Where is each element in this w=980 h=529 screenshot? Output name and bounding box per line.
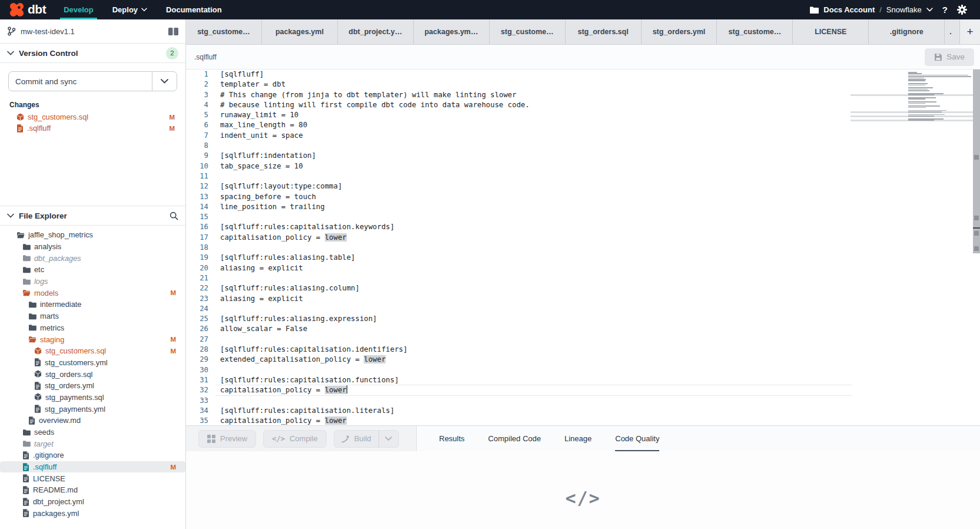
line-number[interactable]: 22 bbox=[186, 283, 208, 293]
line-number[interactable]: 15 bbox=[186, 212, 208, 222]
line-number[interactable]: 27 bbox=[186, 335, 208, 345]
code-line-2[interactable]: 2templater = dbt bbox=[186, 80, 980, 90]
tab-results[interactable]: Results bbox=[439, 426, 464, 451]
help-button[interactable]: ? bbox=[941, 5, 949, 15]
code-line-34[interactable]: 34[sqlfluff:rules:capitalisation.literal… bbox=[186, 406, 980, 416]
code-line-35[interactable]: 35capitalisation_policy = lower bbox=[186, 416, 980, 425]
minimap[interactable] bbox=[907, 72, 972, 123]
editor-scrollbar[interactable] bbox=[973, 70, 980, 253]
tree-item-stg-payments-yml[interactable]: stg_payments.yml bbox=[0, 403, 185, 415]
line-number[interactable]: 1 bbox=[186, 70, 208, 80]
line-number[interactable]: 9 bbox=[186, 151, 208, 161]
code-line-14[interactable]: 14line_position = trailing bbox=[186, 202, 980, 212]
account-menu[interactable]: Docs Account / Snowflake bbox=[809, 5, 933, 14]
nav-item-develop[interactable]: Develop bbox=[54, 0, 103, 19]
change-item--sqlfluff[interactable]: .sqlfluffM bbox=[0, 123, 185, 134]
search-icon[interactable] bbox=[170, 211, 178, 220]
line-number[interactable]: 29 bbox=[186, 355, 208, 365]
line-number[interactable]: 35 bbox=[186, 416, 208, 425]
tree-item--sqlfluff[interactable]: .sqlfluffM bbox=[0, 461, 185, 473]
tree-item-dbt-packages[interactable]: dbt_packages bbox=[0, 252, 185, 264]
file-tab-stg-custome-[interactable]: stg_custome… bbox=[490, 19, 566, 44]
line-number[interactable]: 20 bbox=[186, 263, 208, 273]
line-number[interactable]: 6 bbox=[186, 120, 208, 130]
code-line-12[interactable]: 12[sqlfluff:layout:type:comma] bbox=[186, 181, 980, 191]
code-line-30[interactable]: 30 bbox=[186, 365, 980, 375]
tree-item-stg-orders-yml[interactable]: stg_orders.yml bbox=[0, 380, 185, 392]
code-line-18[interactable]: 18 bbox=[186, 243, 980, 253]
new-tab-button[interactable]: + bbox=[960, 19, 980, 44]
split-panes-icon[interactable] bbox=[168, 28, 178, 35]
code-line-17[interactable]: 17capitalisation_policy = lower bbox=[186, 233, 980, 243]
code-line-27[interactable]: 27 bbox=[186, 335, 980, 345]
line-number[interactable]: 19 bbox=[186, 253, 208, 263]
tree-item-stg-customers-yml[interactable]: stg_customers.yml bbox=[0, 357, 185, 369]
version-control-header[interactable]: Version Control 2 bbox=[0, 44, 185, 62]
code-line-15[interactable]: 15 bbox=[186, 212, 980, 222]
file-tab-packages-yml[interactable]: packages.yml bbox=[262, 19, 338, 44]
line-number[interactable]: 24 bbox=[186, 304, 208, 314]
tree-item-overview-md[interactable]: overview.md bbox=[0, 415, 185, 426]
line-number[interactable]: 18 bbox=[186, 243, 208, 253]
line-number[interactable]: 12 bbox=[186, 181, 208, 191]
file-tab-stg-orders-yml[interactable]: stg_orders.yml bbox=[642, 19, 717, 44]
tree-item-target[interactable]: target bbox=[0, 438, 185, 449]
tree-item-seeds[interactable]: seeds bbox=[0, 426, 185, 438]
file-tab-partial[interactable]: . bbox=[945, 19, 960, 44]
code-line-33[interactable]: 33 bbox=[186, 396, 980, 406]
code-line-9[interactable]: 9[sqlfluff:indentation] bbox=[186, 151, 980, 161]
file-tab-stg-custome-[interactable]: stg_custome… bbox=[186, 19, 262, 44]
branch-name[interactable]: mw-test-idev1.1 bbox=[21, 27, 75, 36]
code-line-31[interactable]: 31[sqlfluff:rules:capitalisation.functio… bbox=[186, 375, 980, 385]
tree-item-stg-orders-sql[interactable]: stg_orders.sql bbox=[0, 368, 185, 380]
line-number[interactable]: 3 bbox=[186, 90, 208, 100]
line-number[interactable]: 4 bbox=[186, 100, 208, 110]
line-number[interactable]: 31 bbox=[186, 375, 208, 385]
tab-code-quality[interactable]: Code Quality bbox=[615, 426, 659, 451]
save-button[interactable]: Save bbox=[925, 48, 974, 66]
line-number[interactable]: 33 bbox=[186, 396, 208, 406]
tree-item-intermediate[interactable]: intermediate bbox=[0, 299, 185, 310]
gear-icon[interactable] bbox=[957, 5, 967, 15]
code-line-10[interactable]: 10tab_space_size = 10 bbox=[186, 161, 980, 171]
line-number[interactable]: 10 bbox=[186, 161, 208, 171]
tab-compiled-code[interactable]: Compiled Code bbox=[488, 426, 541, 451]
code-line-16[interactable]: 16[sqlfluff:rules:capitalisation.keyword… bbox=[186, 222, 980, 232]
tree-item-README-md[interactable]: README.md bbox=[0, 484, 185, 496]
line-number[interactable]: 14 bbox=[186, 202, 208, 212]
code-line-6[interactable]: 6max_line_length = 80 bbox=[186, 120, 980, 130]
code-line-21[interactable]: 21 bbox=[186, 273, 980, 283]
code-line-28[interactable]: 28[sqlfluff:rules:capitalisation.identif… bbox=[186, 345, 980, 355]
tree-item-LICENSE[interactable]: LICENSE bbox=[0, 472, 185, 484]
line-number[interactable]: 2 bbox=[186, 80, 208, 90]
code-line-4[interactable]: 4# because linting will first compile db… bbox=[186, 100, 980, 110]
code-line-20[interactable]: 20aliasing = explicit bbox=[186, 263, 980, 273]
line-number[interactable]: 26 bbox=[186, 324, 208, 334]
line-number[interactable]: 21 bbox=[186, 273, 208, 283]
tree-item-stg-customers-sql[interactable]: stg_customers.sqlM bbox=[0, 345, 185, 357]
code-line-25[interactable]: 25[sqlfluff:rules:aliasing.expression] bbox=[186, 314, 980, 324]
file-tab-LICENSE[interactable]: LICENSE bbox=[793, 19, 869, 44]
tree-item-staging[interactable]: stagingM bbox=[0, 333, 185, 345]
code-line-8[interactable]: 8 bbox=[186, 141, 980, 151]
code-line-7[interactable]: 7indent_unit = space bbox=[186, 131, 980, 141]
line-number[interactable]: 25 bbox=[186, 314, 208, 324]
line-number[interactable]: 13 bbox=[186, 192, 208, 202]
file-explorer-header[interactable]: File Explorer bbox=[0, 206, 185, 225]
tree-item--gitignore[interactable]: .gitignore bbox=[0, 449, 185, 461]
line-number[interactable]: 34 bbox=[186, 406, 208, 416]
line-number[interactable]: 23 bbox=[186, 294, 208, 304]
code-line-26[interactable]: 26allow_scalar = False bbox=[186, 324, 980, 334]
compile-button[interactable]: </>Compile bbox=[263, 430, 326, 448]
file-tab-stg-custome-[interactable]: stg_custome… bbox=[717, 19, 793, 44]
code-line-11[interactable]: 11 bbox=[186, 171, 980, 181]
code-line-29[interactable]: 29extended_capitalisation_policy = lower bbox=[186, 355, 980, 365]
line-number[interactable]: 11 bbox=[186, 171, 208, 181]
nav-item-documentation[interactable]: Documentation bbox=[157, 0, 231, 19]
line-number[interactable]: 7 bbox=[186, 131, 208, 141]
dbt-logo[interactable]: dbt bbox=[0, 2, 54, 17]
preview-button[interactable]: Preview bbox=[198, 430, 256, 448]
code-line-24[interactable]: 24 bbox=[186, 304, 980, 314]
line-number[interactable]: 32 bbox=[186, 385, 208, 395]
line-number[interactable]: 17 bbox=[186, 233, 208, 243]
